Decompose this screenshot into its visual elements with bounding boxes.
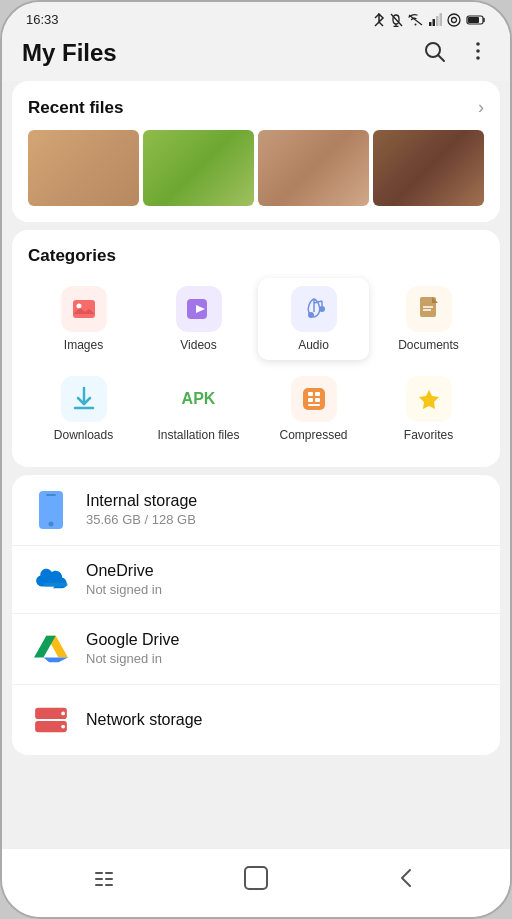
images-icon-circle [61,286,107,332]
phone-frame: 16:33 [0,0,512,919]
audio-label: Audio [298,338,329,352]
documents-label: Documents [398,338,459,352]
svg-point-16 [476,49,480,53]
search-button[interactable] [418,35,450,71]
installation-label: Installation files [157,428,239,442]
gdrive-text: Google Drive Not signed in [86,631,480,666]
audio-icon [301,295,327,323]
more-options-button[interactable] [462,35,494,71]
onedrive-name: OneDrive [86,562,480,580]
wifi-off-icon [408,14,423,26]
svg-rect-5 [429,22,432,26]
page-title: My Files [22,39,117,67]
main-content: Recent files › Categories [2,81,510,848]
recent-thumb-2[interactable] [143,130,254,206]
videos-label: Videos [180,338,216,352]
svg-rect-54 [245,867,267,889]
svg-rect-35 [315,398,320,402]
favorites-icon-circle [406,376,452,422]
onedrive-sub: Not signed in [86,582,480,597]
svg-rect-18 [73,300,95,318]
gdrive-icon [32,630,70,668]
status-time: 16:33 [26,12,59,27]
svg-rect-33 [315,392,320,396]
videos-icon-circle [176,286,222,332]
internal-storage-name: Internal storage [86,492,480,510]
downloads-label: Downloads [54,428,113,442]
recent-images-row [28,130,484,206]
category-documents[interactable]: Documents [373,278,484,360]
network-storage-text: Network storage [86,711,480,729]
images-icon [71,297,97,321]
recent-thumb-1[interactable] [28,130,139,206]
documents-icon-circle [406,286,452,332]
bottom-nav [2,848,510,917]
svg-rect-12 [468,17,479,23]
svg-point-19 [76,304,81,309]
recent-thumb-4[interactable] [373,130,484,206]
network-storage-icon [32,701,70,739]
compressed-icon-circle [291,376,337,422]
gdrive-sub: Not signed in [86,651,480,666]
svg-rect-39 [46,494,56,496]
svg-line-14 [438,55,444,61]
storage-item-onedrive[interactable]: OneDrive Not signed in [12,546,500,614]
category-installation[interactable]: APK Installation files [143,368,254,450]
internal-storage-text: Internal storage 35.66 GB / 128 GB [86,492,480,527]
svg-point-47 [61,724,65,728]
back-icon [394,866,418,890]
videos-icon [185,296,213,322]
svg-rect-34 [308,398,313,402]
categories-grid: Images Videos [28,278,484,451]
categories-title: Categories [28,246,116,266]
installation-icon-circle: APK [176,376,222,422]
settings-icon [447,13,461,27]
svg-point-25 [319,306,325,312]
recent-files-chevron[interactable]: › [478,97,484,118]
status-bar: 16:33 [2,2,510,31]
network-svg [33,706,69,734]
onedrive-icon [32,566,70,592]
storage-item-network[interactable]: Network storage [12,685,500,755]
svg-rect-7 [436,16,439,26]
category-videos[interactable]: Videos [143,278,254,360]
downloads-icon-circle [61,376,107,422]
bluetooth-icon [373,13,385,27]
svg-point-9 [448,14,460,26]
category-compressed[interactable]: Compressed [258,368,369,450]
onedrive-svg [32,566,70,592]
downloads-icon [71,385,97,413]
svg-rect-32 [308,392,313,396]
nav-home-button[interactable] [227,861,285,901]
svg-point-3 [415,23,417,25]
svg-point-46 [61,711,65,715]
network-storage-name: Network storage [86,711,480,729]
internal-storage-sub: 35.66 GB / 128 GB [86,512,480,527]
storage-item-googledrive[interactable]: Google Drive Not signed in [12,614,500,685]
favorites-label: Favorites [404,428,453,442]
battery-icon [466,14,486,26]
storage-item-internal[interactable]: Internal storage 35.66 GB / 128 GB [12,475,500,546]
nav-back-button[interactable] [378,862,434,900]
status-icons [373,13,486,27]
nav-menu-button[interactable] [78,864,134,898]
onedrive-text: OneDrive Not signed in [86,562,480,597]
svg-rect-6 [433,19,436,26]
category-favorites[interactable]: Favorites [373,368,484,450]
gdrive-name: Google Drive [86,631,480,649]
categories-header: Categories [28,246,484,266]
compressed-icon [300,385,328,413]
category-images[interactable]: Images [28,278,139,360]
category-downloads[interactable]: Downloads [28,368,139,450]
recent-thumb-3[interactable] [258,130,369,206]
svg-point-15 [476,42,480,46]
svg-point-17 [476,56,480,60]
internal-storage-icon [32,491,70,529]
svg-rect-31 [303,388,325,410]
images-label: Images [64,338,103,352]
category-audio[interactable]: Audio [258,278,369,360]
documents-icon [418,295,440,323]
home-circle-icon [243,865,269,891]
phone-icon [37,490,65,530]
more-icon [466,39,490,63]
